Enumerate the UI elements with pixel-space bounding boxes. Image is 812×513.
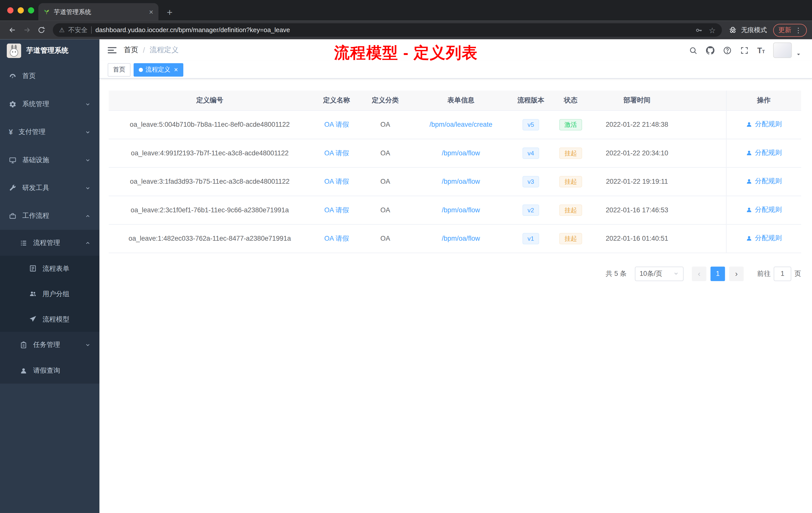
status-badge: 挂起 (559, 204, 582, 216)
sidebar-item-home[interactable]: 首页 (0, 62, 99, 90)
col-form-info: 表单信息 (408, 91, 514, 110)
browser-tab[interactable]: 芋道管理系统 × (38, 3, 159, 21)
browser-menu-icon[interactable]: ⋮ (795, 26, 802, 34)
search-icon[interactable] (689, 46, 698, 55)
person-icon (746, 178, 752, 185)
col-definition-id: 定义编号 (109, 91, 311, 110)
deploy-time-cell: 2022-01-22 21:48:38 (593, 110, 681, 139)
tag-process-definition[interactable]: 流程定义 × (134, 63, 183, 77)
forward-button[interactable] (20, 23, 34, 37)
goto-label: 前往 (757, 269, 771, 278)
assign-rule-link[interactable]: 分配规则 (746, 148, 782, 157)
next-page-button[interactable]: › (729, 266, 744, 281)
deploy-time-cell: 2022-01-22 20:34:10 (593, 139, 681, 167)
new-tab-button[interactable]: + (167, 7, 173, 17)
page-size-select[interactable]: 10条/页 (635, 266, 684, 281)
tab-close-icon[interactable]: × (149, 8, 153, 16)
form-link[interactable]: /bpm/oa/flow (442, 206, 480, 214)
version-badge: v4 (522, 147, 539, 159)
version-badge: v2 (522, 204, 539, 216)
sidebar-item-devtools[interactable]: 研发工具 (0, 174, 99, 202)
fullscreen-icon[interactable] (740, 46, 749, 55)
avatar[interactable] (773, 42, 792, 58)
page-1-button[interactable]: 1 (710, 266, 725, 281)
assign-rule-link[interactable]: 分配规则 (746, 205, 782, 214)
col-definition-category: 定义分类 (362, 91, 408, 110)
tag-close-icon[interactable]: × (174, 66, 178, 73)
address-bar[interactable]: ⚠ 不安全 dashboard.yudao.iocoder.cn/bpm/man… (53, 23, 722, 37)
person-icon (746, 235, 752, 242)
breadcrumb-home[interactable]: 首页 (124, 46, 138, 55)
window-zoom-button[interactable] (28, 7, 34, 13)
form-link[interactable]: /bpm/oa/leave/create (429, 121, 492, 128)
font-size-icon[interactable] (757, 47, 765, 54)
spacer-cell (680, 224, 726, 252)
assign-rule-link[interactable]: 分配规则 (746, 120, 782, 129)
security-label[interactable]: 不安全 (68, 26, 88, 34)
app-window: 芋道管理系统 首页 系统管理 支付管理 (0, 39, 812, 513)
incognito-icon (728, 25, 737, 35)
table-row: oa_leave:3:1fad3d93-7b75-11ec-a3c8-acde4… (109, 167, 801, 195)
active-tag-dot (139, 67, 143, 72)
person-icon (746, 206, 752, 213)
bookmark-star-icon[interactable]: ☆ (709, 26, 716, 34)
sidebar-item-task-management[interactable]: 任务管理 (0, 332, 99, 358)
sidebar-item-system[interactable]: 系统管理 (0, 90, 99, 118)
back-button[interactable] (5, 23, 20, 37)
update-button[interactable]: 更新 ⋮ (773, 24, 807, 37)
users-icon (29, 290, 37, 298)
sidebar-item-payment[interactable]: 支付管理 (0, 118, 99, 146)
key-icon[interactable] (695, 26, 702, 34)
sidebar-item-process-form[interactable]: 流程表单 (0, 256, 99, 281)
breadcrumb: 首页 / 流程定义 (124, 46, 178, 55)
form-link[interactable]: /bpm/oa/flow (442, 234, 480, 242)
sidebar-item-process-management[interactable]: 流程管理 (0, 230, 99, 256)
category-cell: OA (362, 224, 408, 252)
sidebar-item-infrastructure[interactable]: 基础设施 (0, 146, 99, 174)
logo-avatar (7, 43, 21, 58)
definition-name-link[interactable]: OA 请假 (324, 234, 349, 242)
window-minimize-button[interactable] (18, 7, 24, 13)
sidebar-item-process-model[interactable]: 流程模型 (0, 306, 99, 332)
sidebar-logo[interactable]: 芋道管理系统 (0, 39, 99, 62)
tab-title: 芋道管理系统 (54, 7, 145, 16)
yen-icon (9, 128, 13, 136)
form-link[interactable]: /bpm/oa/flow (442, 177, 480, 185)
category-cell: OA (362, 110, 408, 139)
definition-name-link[interactable]: OA 请假 (324, 149, 349, 157)
status-badge: 挂起 (559, 176, 582, 187)
assign-rule-link[interactable]: 分配规则 (746, 234, 782, 243)
help-icon[interactable] (723, 46, 732, 55)
assign-rule-link[interactable]: 分配规则 (746, 177, 782, 186)
sidebar-item-user-group[interactable]: 用户分组 (0, 281, 99, 306)
chevron-down-icon (85, 129, 91, 135)
sidebar-item-leave-query[interactable]: 请假查询 (0, 358, 99, 384)
page-unit-label: 页 (794, 269, 801, 278)
avatar-caret-icon[interactable] (796, 52, 801, 57)
prev-page-button[interactable]: ‹ (692, 266, 706, 281)
status-badge: 挂起 (559, 233, 582, 244)
monitor-icon (9, 156, 17, 164)
form-link[interactable]: /bpm/oa/flow (442, 149, 480, 157)
sidebar-toggle-icon[interactable] (108, 47, 116, 54)
sidebar-item-workflow[interactable]: 工作流程 (0, 202, 99, 230)
sidebar: 芋道管理系统 首页 系统管理 支付管理 (0, 39, 99, 513)
main-panel: 首页 / 流程定义 (99, 39, 812, 513)
tag-home[interactable]: 首页 (108, 63, 130, 77)
deploy-time-cell: 2022-01-16 01:40:51 (593, 224, 681, 252)
definition-name-link[interactable]: OA 请假 (324, 177, 349, 185)
col-deploy-time: 部署时间 (593, 91, 681, 110)
definition-id-cell: oa_leave:1:482ec033-762a-11ec-8477-a2380… (109, 224, 311, 252)
definition-name-link[interactable]: OA 请假 (324, 120, 349, 128)
spacer-cell (680, 139, 726, 167)
definition-id-cell: oa_leave:4:991f2193-7b7f-11ec-a3c8-acde4… (109, 139, 311, 167)
chevron-up-icon (85, 213, 91, 219)
window-close-button[interactable] (7, 7, 13, 13)
chevron-down-icon (85, 185, 91, 191)
deploy-time-cell: 2022-01-22 19:19:11 (593, 167, 681, 195)
definition-name-link[interactable]: OA 请假 (324, 206, 349, 214)
category-cell: OA (362, 196, 408, 224)
github-icon[interactable] (706, 46, 715, 55)
reload-button[interactable] (34, 23, 49, 37)
goto-page-input[interactable] (774, 266, 791, 281)
